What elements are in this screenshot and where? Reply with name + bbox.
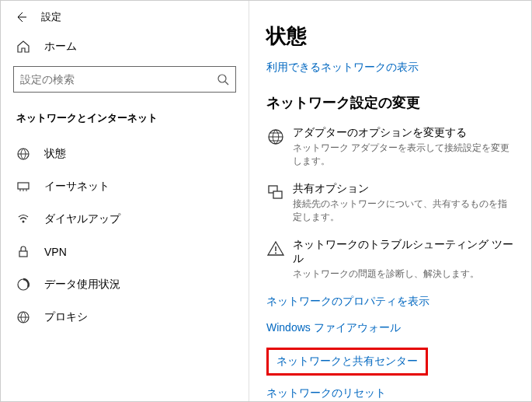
option-adapter[interactable]: アダプターのオプションを変更する ネットワーク アダプターを表示して接続設定を変… xyxy=(266,126,514,168)
main-content: 状態 利用できるネットワークの表示 ネットワーク設定の変更 アダプターのオプショ… xyxy=(249,1,531,401)
section-title: ネットワーク設定の変更 xyxy=(266,93,514,112)
sidebar-item-data-usage[interactable]: データ使用状況 xyxy=(1,268,249,301)
status-icon xyxy=(16,147,33,161)
svg-point-7 xyxy=(23,221,25,223)
home-icon xyxy=(16,40,33,54)
titlebar: 設定 xyxy=(1,7,249,32)
page-title: 状態 xyxy=(266,23,514,50)
proxy-icon xyxy=(16,310,33,324)
search-input[interactable] xyxy=(20,73,217,86)
home-label: ホーム xyxy=(44,40,77,54)
sidebar-item-dialup[interactable]: ダイヤルアップ xyxy=(1,203,249,236)
sidebar-item-ethernet[interactable]: イーサネット xyxy=(1,170,249,203)
troubleshoot-icon xyxy=(266,238,293,281)
svg-rect-13 xyxy=(273,191,282,198)
option-desc: 接続先のネットワークについて、共有するものを指定します。 xyxy=(293,198,514,224)
highlight-sharing-center: ネットワークと共有センター xyxy=(266,348,428,376)
svg-point-15 xyxy=(275,253,276,254)
ethernet-icon xyxy=(16,180,33,194)
dialup-icon xyxy=(16,214,33,225)
sidebar-home[interactable]: ホーム xyxy=(1,32,249,61)
option-desc: ネットワーク アダプターを表示して接続設定を変更します。 xyxy=(293,142,514,168)
sidebar: 設定 ホーム ネットワークとインターネット 状態 xyxy=(1,1,249,401)
link-show-networks[interactable]: 利用できるネットワークの表示 xyxy=(266,61,419,75)
search-container xyxy=(13,66,236,93)
option-troubleshoot[interactable]: ネットワークのトラブルシューティング ツール ネットワークの問題を診断し、解決し… xyxy=(266,238,514,281)
link-firewall[interactable]: Windows ファイアウォール xyxy=(266,321,514,335)
link-network-properties[interactable]: ネットワークのプロパティを表示 xyxy=(266,295,514,309)
category-label: ネットワークとインターネット xyxy=(1,103,249,138)
option-title: ネットワークのトラブルシューティング ツール xyxy=(293,238,514,266)
option-title: 共有オプション xyxy=(293,182,514,196)
svg-rect-3 xyxy=(18,183,29,189)
adapter-icon xyxy=(266,126,293,168)
option-title: アダプターのオプションを変更する xyxy=(293,126,514,140)
svg-rect-8 xyxy=(19,251,27,257)
nav-label: データ使用状況 xyxy=(44,278,120,292)
nav-label: 状態 xyxy=(44,147,66,161)
nav-label: イーサネット xyxy=(44,180,110,194)
data-usage-icon xyxy=(16,278,33,292)
svg-line-1 xyxy=(225,82,228,85)
search-box[interactable] xyxy=(13,66,236,93)
sharing-icon xyxy=(266,182,293,224)
link-sharing-center[interactable]: ネットワークと共有センター xyxy=(276,355,418,369)
nav-label: プロキシ xyxy=(44,310,88,324)
search-icon xyxy=(217,73,229,86)
link-network-reset[interactable]: ネットワークのリセット xyxy=(266,386,514,400)
sidebar-item-vpn[interactable]: VPN xyxy=(1,236,249,268)
nav-label: VPN xyxy=(44,246,67,258)
nav-label: ダイヤルアップ xyxy=(44,212,120,226)
option-desc: ネットワークの問題を診断し、解決します。 xyxy=(293,267,514,281)
option-sharing[interactable]: 共有オプション 接続先のネットワークについて、共有するものを指定します。 xyxy=(266,182,514,224)
links-block: ネットワークのプロパティを表示 Windows ファイアウォール ネットワークと… xyxy=(266,295,514,400)
window-title: 設定 xyxy=(41,10,61,24)
sidebar-item-proxy[interactable]: プロキシ xyxy=(1,301,249,334)
sidebar-item-status[interactable]: 状態 xyxy=(1,138,249,170)
vpn-icon xyxy=(16,245,33,259)
back-button[interactable] xyxy=(15,11,27,23)
svg-point-0 xyxy=(218,75,226,82)
